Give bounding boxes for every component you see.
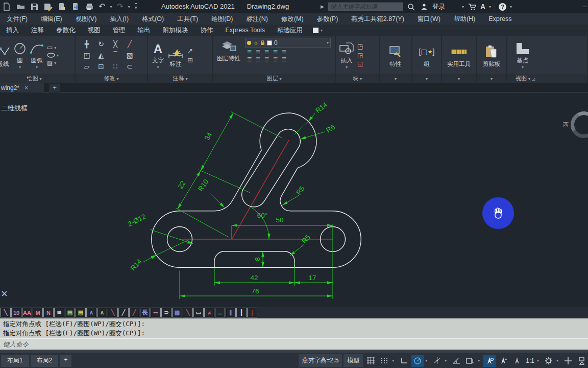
base-point-button[interactable]: 基点 ▾ xyxy=(517,40,529,71)
angle-snap-icon[interactable] xyxy=(450,355,462,367)
document-tab-close-icon[interactable]: × xyxy=(24,84,28,91)
yanxiu-tool-icon[interactable]: ≋ xyxy=(54,308,64,317)
yanxiu-tool-icon[interactable]: ∥ xyxy=(226,308,236,317)
customize-qat-icon[interactable]: ▾ xyxy=(135,3,137,10)
menu-item[interactable]: 视图(V) xyxy=(69,13,104,25)
panel-draw-footer[interactable]: 绘图 ▾ xyxy=(0,74,75,83)
compass-west-label[interactable]: 西 xyxy=(563,121,569,129)
ribbon-tab[interactable]: 视图 xyxy=(82,25,107,36)
move-statusbar-icon[interactable] xyxy=(562,355,574,367)
help-icon[interactable]: ? xyxy=(499,3,506,11)
scale-caret-icon[interactable]: ▾ xyxy=(537,358,541,363)
layer-tool-icon[interactable]: ≣ xyxy=(247,56,252,62)
grid-icon[interactable] xyxy=(364,355,377,367)
menu-item[interactable]: 窗口(W) xyxy=(411,13,447,25)
ribbon-tab[interactable]: 附加模块 xyxy=(157,25,194,36)
annotation-visibility-icon[interactable] xyxy=(483,355,496,367)
isolate-objects-icon[interactable] xyxy=(576,355,588,367)
app-store-dropdown-icon[interactable]: ▾ xyxy=(489,5,491,9)
undo-dropdown-icon[interactable]: ▾ xyxy=(110,5,112,9)
modify-tool-icon[interactable]: ◭ xyxy=(99,51,104,59)
ribbon-tab[interactable]: 管理 xyxy=(107,25,132,36)
modify-tool-icon[interactable]: ▱ xyxy=(84,62,90,71)
dyninput-caret-icon[interactable]: ▾ xyxy=(478,358,482,363)
rectangle-button[interactable]: ▭▾ xyxy=(47,44,59,51)
dimension-button[interactable]: 标注 xyxy=(168,43,183,67)
properties-button[interactable]: 特性 xyxy=(389,43,402,67)
app-store-icon[interactable]: A xyxy=(480,3,485,11)
open-folder-icon[interactable] xyxy=(16,2,25,11)
ellipse-button[interactable]: ▾ xyxy=(47,53,59,58)
search-icon[interactable] xyxy=(407,2,416,11)
panel-properties-footer[interactable]: ▾ xyxy=(380,74,411,83)
menu-item[interactable]: 工具(T) xyxy=(170,13,205,25)
yanxiu-tool-icon[interactable]: ╲ xyxy=(183,308,193,317)
group-button[interactable]: [▢★] 组 xyxy=(419,43,435,67)
arc-button[interactable]: 圆弧 ▾ xyxy=(30,40,44,71)
new-layout-button[interactable]: + xyxy=(60,355,71,367)
text-button[interactable]: A 文字 ▾ xyxy=(152,40,164,71)
table-icon[interactable]: ⊞ xyxy=(187,56,193,64)
document-tab[interactable]: wing2* × xyxy=(0,83,44,93)
layer-tool-icon[interactable]: ≣ xyxy=(273,56,278,62)
layout-tab-2[interactable]: 布局2 xyxy=(31,355,59,367)
yanxiu-tool-icon[interactable]: M xyxy=(33,308,43,317)
modify-tool-icon[interactable]: ⊂ xyxy=(127,62,133,71)
search-input[interactable] xyxy=(328,2,403,11)
polar-tracking-icon[interactable] xyxy=(411,355,424,367)
osnap-tracking-icon[interactable] xyxy=(431,355,443,367)
ribbon-options[interactable]: ▾ xyxy=(313,28,323,33)
redo-icon[interactable]: ↷ xyxy=(116,3,123,11)
clipboard-button[interactable]: 剪贴板 xyxy=(483,43,501,67)
yanxiu-tool-icon[interactable]: ∧ xyxy=(86,308,96,317)
new-file-icon[interactable] xyxy=(2,2,11,11)
layer-tool-icon[interactable]: ≣ xyxy=(273,49,278,55)
ribbon-tab[interactable]: 参数化 xyxy=(50,25,82,36)
annotation-scale-value[interactable]: 1:1 xyxy=(525,357,535,364)
ribbon-tab[interactable]: Express Tools xyxy=(219,25,272,36)
menu-item[interactable]: 格式(O) xyxy=(135,13,170,25)
menu-item[interactable]: 文件(F) xyxy=(0,13,34,25)
ortho-icon[interactable] xyxy=(398,355,410,367)
plot-icon[interactable] xyxy=(85,2,94,11)
redo-dropdown-icon[interactable]: ▾ xyxy=(128,5,130,9)
model-space-button[interactable]: 模型 xyxy=(344,354,363,367)
help-dropdown-icon[interactable]: ▾ xyxy=(510,5,512,9)
yanxiu-tool-icon[interactable]: ↔ xyxy=(215,308,225,317)
panel-view-footer[interactable]: 视图 ▾ ◿ xyxy=(507,74,587,83)
menu-item[interactable]: 编辑(E) xyxy=(34,13,69,25)
layer-properties-button[interactable]: 图层特性 xyxy=(215,38,242,62)
panel-clipboard-footer[interactable]: ▾ xyxy=(477,74,506,83)
yanxiu-tool-icon[interactable]: ⊸ xyxy=(151,308,161,317)
viewcube-compass[interactable]: 西 xyxy=(571,111,588,138)
insert-block-button[interactable]: 插入 ▾ xyxy=(339,40,354,71)
polar-caret-icon[interactable]: ▾ xyxy=(425,358,429,363)
modify-tool-icon[interactable]: ╋ xyxy=(85,40,89,48)
yanxiu-tool-icon[interactable]: ┃ xyxy=(236,308,247,317)
utilities-button[interactable]: 实用工具 xyxy=(447,43,471,67)
menu-item[interactable]: 修改(M) xyxy=(275,13,310,25)
yanxiu-tool-icon[interactable]: N xyxy=(43,308,54,317)
command-input[interactable] xyxy=(0,339,588,350)
yanxiu-tool-icon[interactable]: 長 xyxy=(140,308,150,317)
layer-tool-icon[interactable]: ≣ xyxy=(264,49,269,55)
ribbon-tab[interactable]: 协作 xyxy=(194,25,219,36)
toolbar-close-icon[interactable]: × xyxy=(1,289,8,299)
modify-tool-icon[interactable]: ╳ xyxy=(113,40,117,48)
cart-icon[interactable] xyxy=(468,2,477,11)
yanxiu-tool-icon[interactable]: ⊃ xyxy=(161,308,172,317)
layer-tool-icon[interactable]: ≣ xyxy=(281,56,286,62)
yanxiu-tool-icon[interactable]: 10 xyxy=(11,308,21,317)
panel-utilities-footer[interactable]: ▾ xyxy=(442,74,476,83)
modify-tool-icon[interactable]: ⌒ xyxy=(112,51,119,60)
modify-tool-icon[interactable]: ▧ xyxy=(126,51,133,59)
multileader-icon[interactable]: ↗ xyxy=(187,47,193,55)
modify-tool-icon[interactable]: ⊡ xyxy=(98,62,104,71)
edit-block-icon[interactable]: ◲ xyxy=(357,52,363,59)
new-document-tab-button[interactable]: + xyxy=(49,84,60,93)
signin-dropdown-icon[interactable]: ▾ xyxy=(462,5,464,9)
yanxiu-tool-icon[interactable]: ▥ xyxy=(172,308,182,317)
polyline-button[interactable]: 段线 xyxy=(0,43,10,67)
menu-item[interactable]: 插入(I) xyxy=(103,13,135,25)
create-block-icon[interactable]: ◳ xyxy=(357,43,363,50)
